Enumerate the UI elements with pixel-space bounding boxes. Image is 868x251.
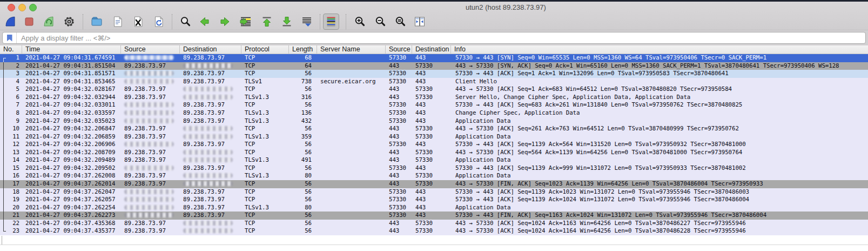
redacted-address [124, 71, 174, 76]
packet-row[interactable]: 172021-04-27 09:04:37.26201489.238.73.97… [0, 180, 868, 188]
minimize-window-button[interactable] [18, 4, 26, 11]
cell-source [121, 204, 180, 212]
cell-destination [180, 62, 241, 70]
column-header-protocol[interactable]: Protocol [241, 45, 289, 54]
zoom-in-button[interactable] [352, 14, 368, 30]
display-filter-input[interactable] [17, 32, 865, 43]
display-filter-box [2, 32, 866, 44]
packet-row[interactable]: 112021-04-27 09:04:32.20685989.238.73.97… [0, 133, 868, 141]
zoom-out-icon [374, 15, 387, 28]
packet-row[interactable]: 72021-04-27 09:04:32.03301189.238.73.97T… [0, 101, 868, 109]
column-header-source[interactable]: Source [121, 45, 180, 54]
close-file-button[interactable] [130, 14, 146, 30]
auto-scroll-button[interactable] [299, 14, 315, 30]
packet-row[interactable]: 222021-04-27 09:04:37.43536889.238.73.97… [0, 220, 868, 228]
save-file-button[interactable] [110, 14, 126, 30]
zoom-window-button[interactable] [29, 4, 37, 11]
cell-server_name [317, 212, 386, 220]
packet-row[interactable]: 132021-04-27 09:04:32.20870989.238.73.97… [0, 149, 868, 157]
column-header-length[interactable]: Length [289, 45, 317, 54]
packet-row[interactable]: 162021-04-27 09:04:37.26200889.238.73.97… [0, 172, 868, 180]
column-header-time[interactable]: Time [22, 45, 121, 54]
packet-row[interactable]: 202021-04-27 09:04:37.26225489.238.73.97… [0, 204, 868, 212]
redacted-address [183, 134, 233, 139]
packet-row[interactable]: 122021-04-27 09:04:32.20690689.238.73.97… [0, 141, 868, 149]
zoom-out-button[interactable] [372, 14, 388, 30]
cell-info: 57330 → 443 [ACK] Seq=1 Ack=1 Win=132096… [451, 70, 868, 78]
reload-file-icon [152, 15, 165, 28]
cell-src_port: 57330 [386, 212, 412, 220]
cell-time: 2021-04-27 09:04:32.209502 [22, 164, 121, 173]
cell-time: 2021-04-27 09:04:32.033011 [22, 101, 121, 109]
conversation-bracket [3, 204, 6, 212]
cell-destination: 89.238.73.97 [180, 204, 241, 212]
cell-src_port: 57330 [386, 70, 412, 78]
resize-columns-button[interactable] [412, 14, 428, 30]
cell-time: 2021-04-27 09:04:37.262057 [22, 196, 121, 204]
conversation-bracket [3, 180, 6, 188]
cell-dst_port: 443 [412, 101, 451, 109]
packet-row[interactable]: 32021-04-27 09:04:31.85157189.238.73.97T… [0, 70, 868, 78]
capture-options-button[interactable] [61, 14, 77, 30]
cell-destination [180, 149, 241, 157]
conversation-bracket [3, 164, 6, 173]
go-to-packet-button[interactable] [238, 14, 254, 30]
column-header-dst_port[interactable]: Destination [412, 45, 451, 54]
first-packet-button[interactable] [259, 14, 275, 30]
cell-source: 89.238.73.97 [121, 62, 180, 70]
colorize-packets-button[interactable] [323, 14, 339, 30]
packet-row[interactable]: 212021-04-27 09:04:37.26227389.238.73.97… [0, 212, 868, 220]
find-packet-button[interactable] [177, 14, 193, 30]
cell-destination: 89.238.73.97 [180, 164, 241, 173]
last-packet-button[interactable] [279, 14, 295, 30]
conversation-bracket [3, 58, 6, 62]
cell-source [121, 164, 180, 173]
reload-file-button[interactable] [151, 14, 167, 30]
packet-row[interactable]: 192021-04-27 09:04:37.26205789.238.73.97… [0, 196, 868, 204]
packet-row[interactable]: 102021-04-27 09:04:32.20684789.238.73.97… [0, 125, 868, 133]
zoom-original-button[interactable] [392, 14, 408, 30]
cell-server_name [317, 204, 386, 212]
cell-server_name [317, 85, 386, 94]
previous-packet-button[interactable] [196, 14, 212, 30]
cell-no: 19 [0, 196, 22, 204]
open-file-button[interactable] [89, 14, 105, 30]
packet-row[interactable]: 92021-04-27 09:04:32.03502389.238.73.97T… [0, 117, 868, 126]
packet-row[interactable]: 82021-04-27 09:04:32.03359789.238.73.97T… [0, 109, 868, 117]
cell-no: 1 [0, 54, 22, 62]
cell-src_port: 57330 [386, 164, 412, 173]
packet-row[interactable]: 22021-04-27 09:04:31.85150489.238.73.97T… [0, 62, 868, 70]
cell-dst_port: 57330 [412, 156, 451, 164]
packet-row[interactable]: 142021-04-27 09:04:32.20948989.238.73.97… [0, 156, 868, 164]
cell-destination [180, 85, 241, 94]
cell-destination [180, 180, 241, 188]
restart-capture-icon [42, 15, 55, 28]
restart-capture-button[interactable] [41, 14, 57, 30]
filter-bookmark-button[interactable] [3, 32, 17, 43]
packet-row[interactable]: 182021-04-27 09:04:37.26204789.238.73.97… [0, 188, 868, 196]
column-header-info[interactable]: Info [451, 45, 868, 54]
packet-row[interactable]: 62021-04-27 09:04:32.03294489.238.73.97T… [0, 94, 868, 102]
packet-row[interactable]: 152021-04-27 09:04:32.20950289.238.73.97… [0, 164, 868, 173]
column-header-no[interactable]: No. [0, 45, 22, 54]
cell-protocol: TCP [241, 125, 289, 133]
zoom-original-icon [394, 15, 407, 28]
cell-protocol: TCP [241, 227, 289, 235]
packet-row[interactable]: 52021-04-27 09:04:32.02816789.238.73.97T… [0, 85, 868, 94]
packet-row[interactable]: 232021-04-27 09:04:37.43537789.238.73.97… [0, 227, 868, 235]
close-window-button[interactable] [8, 4, 15, 11]
next-packet-button[interactable] [217, 14, 233, 30]
packet-row[interactable]: 42021-04-27 09:04:31.85346589.238.73.97T… [0, 78, 868, 86]
cell-length: 56 [289, 141, 317, 149]
cell-source: 89.238.73.97 [121, 220, 180, 228]
cell-info: Change Cipher Spec, Application Data [451, 109, 868, 117]
stop-capture-button[interactable] [21, 14, 37, 30]
capture-options-icon [63, 15, 76, 28]
column-header-server_name[interactable]: Server Name [317, 45, 386, 54]
cell-src_port: 57330 [386, 78, 412, 86]
packet-row[interactable]: 12021-04-27 09:04:31.67459189.238.73.97T… [0, 54, 868, 62]
column-header-destination[interactable]: Destination [180, 45, 241, 54]
start-capture-button[interactable] [2, 14, 18, 30]
column-header-src_port[interactable]: Source [386, 45, 412, 54]
titlebar: utun2 (host 89.238.73.97) [0, 2, 868, 12]
